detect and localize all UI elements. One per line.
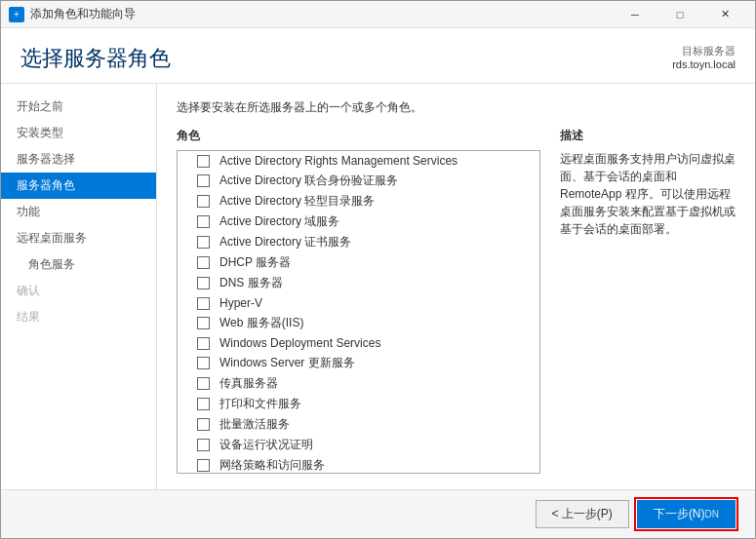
- role-item[interactable]: Windows Deployment Services: [178, 333, 539, 353]
- role-item[interactable]: Windows Server 更新服务: [178, 353, 539, 373]
- role-checkbox[interactable]: [197, 337, 210, 350]
- sidebar-item-角色服务[interactable]: 角色服务: [1, 251, 156, 278]
- roles-section: 角色 Active Directory Rights Management Se…: [177, 128, 540, 474]
- role-item[interactable]: 打印和文件服务: [178, 394, 539, 414]
- close-button[interactable]: ✕: [702, 1, 747, 28]
- sidebar-item-安装类型[interactable]: 安装类型: [1, 120, 156, 146]
- window-controls: ─ □ ✕: [613, 1, 747, 28]
- window-title: 添加角色和功能向导: [30, 6, 613, 22]
- sidebar-item-结果: 结果: [1, 304, 156, 330]
- title-bar: + 添加角色和功能向导 ─ □ ✕: [1, 1, 755, 28]
- footer: < 上一步(P) 下一步(N)DN: [1, 489, 755, 538]
- description-panel: 描述 远程桌面服务支持用户访问虚拟桌面、基于会话的桌面和 RemoteApp 程…: [560, 128, 736, 474]
- main-window: + 添加角色和功能向导 ─ □ ✕ 选择服务器角色 目标服务器 rds.toyn…: [0, 0, 756, 539]
- target-server-label: 目标服务器: [672, 44, 736, 58]
- body-area: 开始之前安装类型服务器选择服务器角色功能远程桌面服务角色服务确认结果 选择要安装…: [1, 84, 755, 489]
- role-item[interactable]: 批量激活服务: [178, 414, 539, 435]
- page-header: 选择服务器角色 目标服务器 rds.toyn.local: [1, 28, 755, 84]
- back-button[interactable]: < 上一步(P): [536, 500, 629, 528]
- target-server-info: 目标服务器 rds.toyn.local: [672, 44, 736, 70]
- role-item[interactable]: Active Directory 证书服务: [178, 232, 539, 252]
- role-checkbox[interactable]: [197, 459, 210, 472]
- role-label: 网络策略和访问服务: [219, 457, 325, 474]
- main-panel: 选择要安装在所选服务器上的一个或多个角色。 角色 Active Director…: [157, 84, 755, 489]
- role-label: 打印和文件服务: [219, 396, 301, 412]
- role-label: 传真服务器: [219, 375, 278, 392]
- role-label: Windows Deployment Services: [219, 336, 380, 350]
- role-checkbox[interactable]: [197, 155, 210, 168]
- role-item[interactable]: 网络策略和访问服务: [178, 455, 539, 474]
- sidebar-item-功能[interactable]: 功能: [1, 199, 156, 225]
- role-label: 批量激活服务: [219, 416, 290, 433]
- role-label: DNS 服务器: [219, 275, 283, 291]
- minimize-button[interactable]: ─: [613, 1, 657, 28]
- role-checkbox[interactable]: [197, 317, 210, 329]
- target-server-value: rds.toyn.local: [672, 58, 736, 70]
- role-label: Hyper-V: [219, 296, 262, 310]
- role-item[interactable]: Active Directory 联合身份验证服务: [178, 171, 539, 191]
- role-checkbox[interactable]: [197, 377, 210, 390]
- role-checkbox[interactable]: [197, 297, 210, 310]
- role-item[interactable]: Hyper-V: [178, 293, 539, 313]
- sidebar-item-远程桌面服务[interactable]: 远程桌面服务: [1, 225, 156, 251]
- role-item[interactable]: 传真服务器: [178, 373, 539, 394]
- role-label: Active Directory 轻型目录服务: [219, 193, 375, 210]
- role-item[interactable]: DHCP 服务器: [178, 252, 539, 273]
- next-button[interactable]: 下一步(N)DN: [637, 500, 736, 528]
- sidebar-item-开始之前[interactable]: 开始之前: [1, 94, 156, 120]
- role-label: Active Directory 联合身份验证服务: [219, 173, 398, 189]
- role-checkbox[interactable]: [197, 439, 210, 451]
- role-checkbox[interactable]: [197, 195, 210, 208]
- panel-body: 角色 Active Directory Rights Management Se…: [177, 128, 736, 474]
- role-checkbox[interactable]: [197, 418, 210, 431]
- role-checkbox[interactable]: [197, 174, 210, 187]
- role-label: Web 服务器(IIS): [219, 315, 303, 331]
- description-label: 描述: [560, 128, 736, 144]
- sidebar: 开始之前安装类型服务器选择服务器角色功能远程桌面服务角色服务确认结果: [1, 84, 157, 489]
- content-area: 选择服务器角色 目标服务器 rds.toyn.local 开始之前安装类型服务器…: [1, 28, 755, 538]
- sidebar-item-服务器选择[interactable]: 服务器选择: [1, 146, 156, 173]
- role-label: Windows Server 更新服务: [219, 355, 355, 371]
- role-label: Active Directory Rights Management Servi…: [219, 154, 458, 168]
- description-text: 远程桌面服务支持用户访问虚拟桌面、基于会话的桌面和 RemoteApp 程序。可…: [560, 150, 736, 238]
- role-label: Active Directory 域服务: [219, 213, 339, 230]
- role-item[interactable]: Active Directory Rights Management Servi…: [178, 151, 539, 171]
- role-item[interactable]: DNS 服务器: [178, 273, 539, 293]
- sidebar-item-确认: 确认: [1, 278, 156, 304]
- role-checkbox[interactable]: [197, 256, 210, 269]
- role-item[interactable]: Active Directory 域服务: [178, 212, 539, 232]
- roles-label: 角色: [177, 128, 540, 144]
- role-checkbox[interactable]: [197, 398, 210, 410]
- sidebar-item-服务器角色[interactable]: 服务器角色: [1, 173, 156, 199]
- roles-list[interactable]: Active Directory Rights Management Servi…: [177, 150, 540, 474]
- role-label: DHCP 服务器: [219, 254, 291, 271]
- role-label: Active Directory 证书服务: [219, 234, 351, 250]
- page-title: 选择服务器角色: [20, 44, 171, 73]
- role-checkbox[interactable]: [197, 236, 210, 249]
- role-item[interactable]: Web 服务器(IIS): [178, 313, 539, 333]
- role-item[interactable]: 设备运行状况证明: [178, 435, 539, 455]
- role-checkbox[interactable]: [197, 277, 210, 289]
- role-checkbox[interactable]: [197, 215, 210, 228]
- instruction-text: 选择要安装在所选服务器上的一个或多个角色。: [177, 99, 736, 116]
- role-label: 设备运行状况证明: [219, 437, 313, 453]
- role-item[interactable]: Active Directory 轻型目录服务: [178, 191, 539, 212]
- maximize-button[interactable]: □: [657, 1, 702, 28]
- role-checkbox[interactable]: [197, 357, 210, 369]
- app-icon: +: [9, 7, 24, 22]
